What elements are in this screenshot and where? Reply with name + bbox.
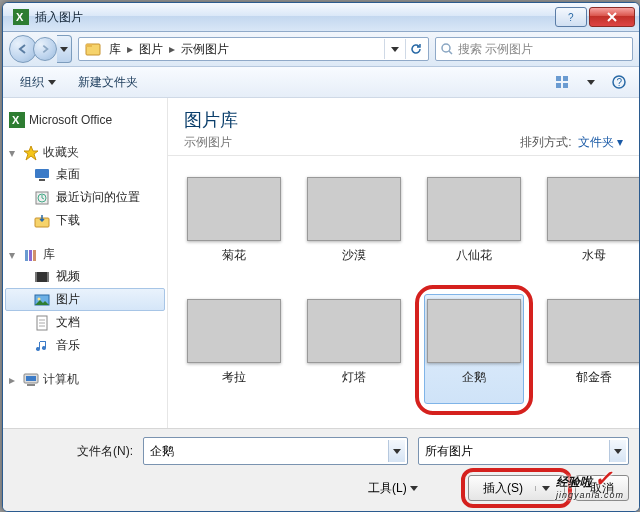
svg-rect-10	[563, 83, 568, 88]
sidebar-favorites[interactable]: ▾收藏夹	[5, 142, 165, 163]
svg-line-6	[449, 51, 452, 54]
search-icon	[440, 42, 454, 56]
music-icon	[34, 338, 50, 354]
sidebar-item-documents[interactable]: 文档	[5, 311, 165, 334]
thumbnail-image	[187, 177, 281, 241]
disclosure-triangle-icon: ▾	[9, 248, 19, 262]
svg-rect-24	[35, 272, 49, 282]
video-icon	[34, 269, 50, 285]
close-button[interactable]	[589, 7, 635, 27]
svg-point-5	[442, 44, 450, 52]
thumbnail-image	[427, 177, 521, 241]
file-filter-field[interactable]: 所有图片	[418, 437, 629, 465]
navigation-bar: 库 ▸ 图片 ▸ 示例图片 搜索 示例图片	[3, 32, 639, 67]
thumbnail-image	[427, 299, 521, 363]
svg-rect-25	[35, 272, 37, 282]
svg-rect-4	[86, 44, 92, 47]
view-mode-button[interactable]	[551, 71, 575, 93]
sidebar-libraries[interactable]: ▾库	[5, 244, 165, 265]
excel-icon: X	[9, 112, 25, 128]
check-icon: ✓	[594, 466, 612, 491]
forward-button[interactable]	[33, 37, 57, 61]
thumbnail-item[interactable]: 沙漠	[304, 172, 404, 282]
sidebar-item-recent[interactable]: 最近访问的位置	[5, 186, 165, 209]
thumbnail-image	[547, 299, 639, 363]
address-bar[interactable]: 库 ▸ 图片 ▸ 示例图片	[78, 37, 429, 61]
thumbnail-image	[307, 177, 401, 241]
filename-field[interactable]: 企鹅	[143, 437, 408, 465]
tools-label[interactable]: 工具(L)	[368, 480, 418, 497]
sidebar-item-videos[interactable]: 视频	[5, 265, 165, 288]
svg-text:?: ?	[617, 77, 623, 88]
search-box[interactable]: 搜索 示例图片	[435, 37, 633, 61]
filename-dropdown[interactable]	[388, 440, 405, 462]
breadcrumb-leaf[interactable]: 示例图片	[177, 41, 233, 58]
svg-rect-9	[556, 83, 561, 88]
insert-button[interactable]: 插入(S)	[468, 475, 565, 501]
chevron-right-icon: ▸	[167, 42, 177, 56]
svg-text:?: ?	[568, 12, 574, 22]
thumbnail-image	[547, 177, 639, 241]
sidebar-item-music[interactable]: 音乐	[5, 334, 165, 357]
breadcrumb-mid[interactable]: 图片	[135, 41, 167, 58]
recent-icon	[34, 190, 50, 206]
library-header: 图片库 示例图片 排列方式: 文件夹 ▾	[168, 98, 639, 156]
thumbnail-item[interactable]: 灯塔	[304, 294, 404, 404]
view-mode-dropdown[interactable]	[579, 71, 603, 93]
thumbnail-item[interactable]: 水母	[544, 172, 639, 282]
computer-icon	[23, 372, 39, 388]
new-folder-button[interactable]: 新建文件夹	[69, 70, 147, 95]
document-icon	[34, 315, 50, 331]
svg-text:X: X	[12, 114, 20, 126]
svg-rect-26	[47, 272, 49, 282]
watermark: 经验啦✓ jingyanla.com	[556, 466, 624, 500]
downloads-icon	[34, 213, 50, 229]
window-title: 插入图片	[35, 9, 553, 26]
svg-rect-7	[556, 76, 561, 81]
chevron-right-icon: ▸	[125, 42, 135, 56]
insert-split-dropdown[interactable]	[535, 486, 550, 491]
thumbnail-item[interactable]: 八仙花	[424, 172, 524, 282]
star-icon	[23, 145, 39, 161]
help-icon[interactable]: ?	[607, 71, 631, 93]
thumbnail-item[interactable]: 郁金香	[544, 294, 639, 404]
sidebar-item-downloads[interactable]: 下载	[5, 209, 165, 232]
help-button[interactable]: ?	[555, 7, 587, 27]
arrange-dropdown[interactable]: 文件夹 ▾	[578, 134, 623, 151]
svg-point-28	[38, 297, 41, 300]
nav-history-dropdown[interactable]	[57, 35, 72, 63]
sidebar-item-desktop[interactable]: 桌面	[5, 163, 165, 186]
content-area: 图片库 示例图片 排列方式: 文件夹 ▾ 菊花 沙漠 八仙花 水母 考拉 灯塔 …	[168, 98, 639, 428]
sidebar-office[interactable]: X Microsoft Office	[5, 110, 165, 130]
thumbnail-item[interactable]: 考拉	[184, 294, 284, 404]
svg-rect-23	[33, 250, 36, 261]
disclosure-triangle-icon: ▾	[9, 146, 19, 160]
excel-icon: X	[13, 9, 29, 25]
nav-back-forward	[9, 35, 72, 63]
organize-button[interactable]: 组织	[11, 70, 65, 95]
filename-label: 文件名(N):	[13, 443, 133, 460]
refresh-button[interactable]	[405, 39, 426, 59]
library-icon	[23, 247, 39, 263]
filter-dropdown[interactable]	[609, 440, 626, 462]
thumbnail-image	[307, 299, 401, 363]
svg-rect-35	[27, 384, 35, 386]
sidebar-computer[interactable]: ▸计算机	[5, 369, 165, 390]
svg-rect-16	[35, 169, 49, 178]
desktop-icon	[34, 167, 50, 183]
breadcrumb-root[interactable]: 库	[105, 41, 125, 58]
search-placeholder: 搜索 示例图片	[458, 41, 533, 58]
thumbnail-item-selected[interactable]: 企鹅	[424, 294, 524, 404]
svg-rect-34	[26, 376, 36, 381]
svg-text:X: X	[16, 11, 24, 23]
address-dropdown[interactable]	[384, 39, 405, 59]
titlebar: X 插入图片 ?	[3, 3, 639, 32]
toolbar: 组织 新建文件夹 ?	[3, 67, 639, 98]
library-title: 图片库	[184, 108, 238, 132]
thumbnail-grid: 菊花 沙漠 八仙花 水母 考拉 灯塔 企鹅 郁金香	[168, 156, 639, 428]
disclosure-triangle-icon: ▸	[9, 373, 19, 387]
svg-rect-8	[563, 76, 568, 81]
thumbnail-image	[187, 299, 281, 363]
thumbnail-item[interactable]: 菊花	[184, 172, 284, 282]
sidebar-item-pictures[interactable]: 图片	[5, 288, 165, 311]
